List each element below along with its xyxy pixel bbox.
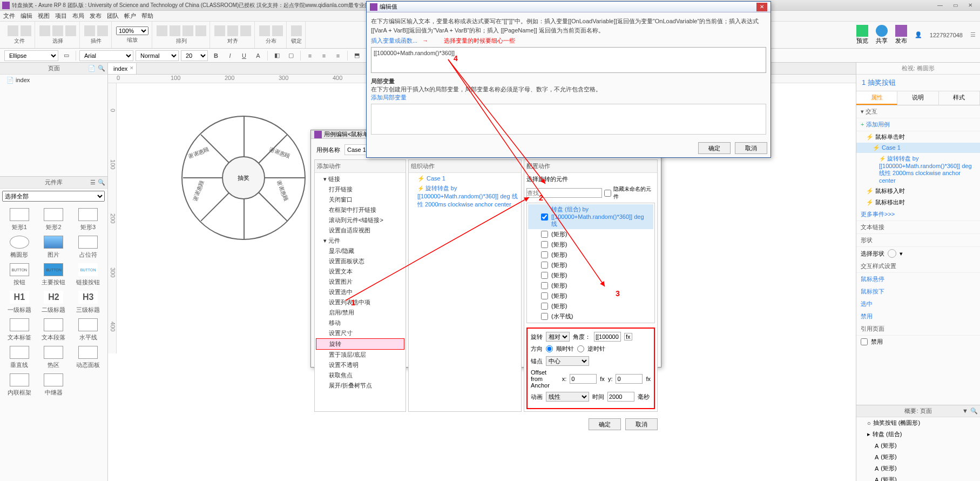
- fill-color-icon[interactable]: ▭: [60, 50, 72, 61]
- action-set-list[interactable]: 设置列表选中项: [316, 297, 404, 308]
- align-left-icon[interactable]: ≡: [304, 50, 316, 61]
- add-local-var-link[interactable]: 添加局部变量: [371, 94, 407, 101]
- lib-item[interactable]: 文本段落: [37, 316, 71, 344]
- widget-list-item[interactable]: (矩形): [528, 239, 653, 250]
- minimize-button[interactable]: —: [932, 1, 948, 10]
- widget-list-item[interactable]: (矩形): [528, 270, 653, 280]
- offset-x-input[interactable]: [570, 374, 597, 384]
- action-panel-state[interactable]: 设置面板状态: [316, 256, 404, 266]
- angle-input[interactable]: [594, 332, 621, 342]
- lib-search-icon[interactable]: 🔍: [98, 179, 105, 186]
- action-set-selected[interactable]: 设置选中: [316, 287, 404, 297]
- case-item[interactable]: ⚡ Case 1: [856, 143, 980, 153]
- lib-item[interactable]: 文本标签: [2, 316, 37, 344]
- widget-list-item[interactable]: (矩形): [528, 260, 653, 270]
- menu-publish[interactable]: 发布: [90, 12, 102, 20]
- lib-item[interactable]: 椭圆形: [2, 233, 37, 261]
- lib-item[interactable]: 矩形3: [71, 206, 105, 233]
- action-item[interactable]: ⚡ 旋转转盘 by [[100000+Math.random()*360]] d…: [856, 153, 980, 185]
- font-color-icon[interactable]: A: [252, 50, 264, 61]
- lib-item[interactable]: 垂直线: [2, 344, 37, 371]
- fx-button[interactable]: fx: [624, 333, 632, 340]
- close-button[interactable]: ✕: [963, 1, 978, 10]
- lib-item[interactable]: 水平线: [71, 316, 105, 344]
- action-open-in-frame[interactable]: 在框架中打开链接: [316, 205, 404, 215]
- press-style-link[interactable]: 鼠标按下: [861, 288, 884, 296]
- fill-icon[interactable]: ◧: [271, 50, 283, 61]
- search-icon[interactable]: 🔍: [98, 65, 105, 72]
- menu-view[interactable]: 视图: [38, 12, 50, 20]
- anim-type-select[interactable]: 线性: [546, 392, 589, 402]
- tab-notes[interactable]: 说明: [897, 91, 938, 105]
- outline-item[interactable]: A (矩形): [856, 440, 980, 451]
- align-center-icon[interactable]: ≡: [318, 50, 330, 61]
- outline-item[interactable]: A (矩形): [856, 474, 980, 481]
- action-expand-tree[interactable]: 展开/折叠树节点: [316, 380, 404, 391]
- action-open-link[interactable]: 打开链接: [316, 184, 404, 195]
- action-set-image[interactable]: 设置图片: [316, 277, 404, 287]
- outline-root[interactable]: ○ 抽奖按钮 (椭圆形): [856, 417, 980, 429]
- widget-list-item[interactable]: (矩形): [528, 301, 653, 311]
- action-set-text[interactable]: 设置文本: [316, 266, 404, 277]
- lib-item[interactable]: BUTTON链接按钮: [71, 261, 105, 289]
- anim-time-input[interactable]: [607, 392, 634, 402]
- lib-item[interactable]: 中继器: [37, 371, 71, 399]
- menu-help[interactable]: 帮助: [141, 12, 153, 20]
- underline-icon[interactable]: U: [238, 50, 250, 61]
- close-tab-icon[interactable]: ✕: [130, 65, 134, 71]
- lib-item[interactable]: H1一级标题: [2, 289, 37, 316]
- rotate-mode-select[interactable]: 相对: [546, 332, 570, 342]
- case-ok-button[interactable]: 确定: [589, 418, 621, 430]
- widget-search-input[interactable]: [526, 188, 602, 198]
- action-resize[interactable]: 设置尺寸: [316, 328, 404, 338]
- event-mouseleave[interactable]: ⚡ 鼠标移出时: [856, 197, 980, 208]
- disabled-style-link[interactable]: 禁用: [861, 312, 873, 320]
- menu-layout[interactable]: 布局: [72, 12, 84, 20]
- event-click[interactable]: ⚡ 鼠标单击时: [856, 131, 980, 143]
- lib-menu-icon[interactable]: ☰: [90, 179, 96, 186]
- add-case-link[interactable]: 添加用例: [866, 121, 890, 128]
- lib-item[interactable]: 动态面板: [71, 344, 105, 371]
- page-item-index[interactable]: 📄 index: [0, 75, 107, 86]
- shape-select[interactable]: Ellipse: [4, 50, 58, 61]
- anchor-select[interactable]: 中心: [546, 356, 589, 366]
- selected-style-link[interactable]: 选中: [861, 300, 873, 308]
- value-dialog-close-button[interactable]: ✕: [756, 3, 767, 11]
- action-close-window[interactable]: 关闭窗口: [316, 195, 404, 205]
- menu-team[interactable]: 团队: [107, 12, 119, 20]
- wheel-center-button[interactable]: 抽奖: [222, 156, 265, 199]
- insert-var-link[interactable]: 插入变量或函数...: [371, 37, 417, 44]
- font-select[interactable]: Arial: [79, 50, 133, 61]
- more-events-link[interactable]: 更多事件>>>: [856, 208, 980, 221]
- lib-item[interactable]: BUTTON主要按钮: [37, 261, 71, 289]
- tab-properties[interactable]: 属性: [856, 91, 897, 105]
- lib-item[interactable]: 图片: [37, 233, 71, 261]
- lib-item[interactable]: H2二级标题: [37, 289, 71, 316]
- border-icon[interactable]: ▢: [285, 50, 297, 61]
- align-right-icon[interactable]: ≡: [332, 50, 344, 61]
- action-show-hide[interactable]: 显示/隐藏: [316, 246, 404, 256]
- user-name[interactable]: 1227927048: [930, 32, 963, 38]
- lib-item[interactable]: 内联框架: [2, 371, 37, 399]
- value-cancel-button[interactable]: 取消: [735, 142, 767, 154]
- value-ok-button[interactable]: 确定: [698, 142, 731, 154]
- action-move[interactable]: 移动: [316, 318, 404, 328]
- action-scroll-to[interactable]: 滚动到元件<锚链接>: [316, 215, 404, 225]
- action-adaptive-view[interactable]: 设置自适应视图: [316, 225, 404, 236]
- event-mouseenter[interactable]: ⚡ 鼠标移入时: [856, 185, 980, 197]
- menu-file[interactable]: 文件: [3, 12, 15, 20]
- offset-y-input[interactable]: [616, 374, 643, 384]
- lib-item[interactable]: H3三级标题: [71, 289, 105, 316]
- italic-icon[interactable]: I: [224, 50, 236, 61]
- share-button[interactable]: 共享: [876, 37, 888, 45]
- library-select[interactable]: 选择全部: [2, 191, 105, 202]
- action-bring-front[interactable]: 置于顶层/底层: [316, 350, 404, 360]
- publish-button[interactable]: 发布: [895, 37, 907, 45]
- canvas-tab[interactable]: index✕: [108, 63, 137, 74]
- widget-list-item[interactable]: (矩形): [528, 250, 653, 260]
- lib-item[interactable]: 占位符: [71, 233, 105, 261]
- action-rotate[interactable]: 旋转: [316, 338, 404, 350]
- case-cancel-button[interactable]: 取消: [625, 418, 658, 430]
- preview-button[interactable]: 预览: [856, 37, 868, 45]
- expression-input[interactable]: [[100000+Math.random()*360]]: [371, 47, 766, 73]
